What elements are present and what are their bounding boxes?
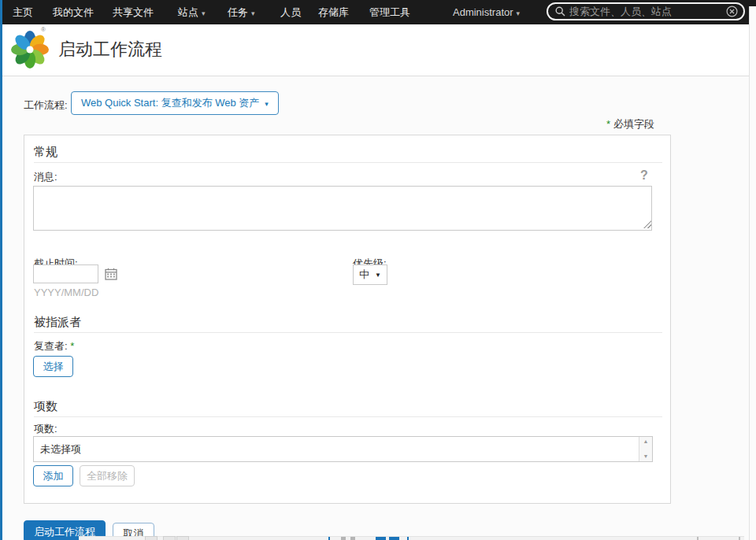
user-menu-label: Administrator <box>453 6 513 18</box>
page-title: 启动工作流程 <box>58 38 162 61</box>
required-note-text: 必填字段 <box>613 118 654 130</box>
cutoff-fragment <box>407 537 409 540</box>
message-label: 消息: <box>34 170 57 184</box>
cutoff-fragment <box>341 537 346 540</box>
cutoff-fragment <box>697 537 699 540</box>
workflow-form-panel: 常规 消息: ? 截止时间: YYYY/MM <box>24 135 671 504</box>
caret-down-icon: ▾ <box>251 9 255 17</box>
cutoff-fragment <box>376 537 386 540</box>
nav-item-tasks[interactable]: 任务▾ <box>228 0 255 24</box>
nav-item-repository[interactable]: 存储库 <box>318 0 349 24</box>
items-scrollbar[interactable]: ▲ ▼ <box>639 437 652 461</box>
cutoff-fragment <box>350 537 355 540</box>
reviewers-label-text: 复查者: <box>34 340 68 352</box>
caret-down-icon: ▾ <box>265 100 269 108</box>
cutoff-fragment <box>739 537 740 540</box>
search-input[interactable] <box>566 6 726 17</box>
workflow-label: 工作流程: <box>24 98 68 113</box>
date-format-hint: YYYY/MM/DD <box>34 287 98 298</box>
cutoff-bottom-bar <box>79 536 744 540</box>
add-items-button[interactable]: 添加 <box>33 465 73 486</box>
caret-down-icon: ▼ <box>375 272 381 279</box>
help-icon[interactable]: ? <box>640 168 648 183</box>
reviewers-label: 复查者: * <box>34 339 77 353</box>
cutoff-fragment <box>145 536 158 540</box>
section-divider <box>34 332 662 333</box>
top-navbar: 主页 我的文件 共享文件 站点▾ 任务▾ 人员 存储库 管理工具 Adminis… <box>0 0 756 24</box>
nav-item-label: 站点 <box>178 6 198 18</box>
user-menu[interactable]: Administrator▾ <box>453 0 520 24</box>
workflow-type-value: Web Quick Start: 复查和发布 Web 资产 <box>81 97 259 109</box>
scroll-up-icon[interactable]: ▲ <box>639 437 652 446</box>
workflow-type-dropdown[interactable]: Web Quick Start: 复查和发布 Web 资产▾ <box>71 91 279 115</box>
nav-item-my-files[interactable]: 我的文件 <box>53 0 94 24</box>
scroll-down-icon[interactable]: ▼ <box>639 452 652 461</box>
calendar-icon[interactable] <box>105 268 117 280</box>
selected-items-box: 未选择项 ▲ ▼ <box>33 436 653 462</box>
priority-select[interactable]: 中▼ <box>353 264 387 285</box>
select-reviewers-button[interactable]: 选择 <box>33 356 73 377</box>
search-icon <box>554 6 566 17</box>
cutoff-fragment <box>176 536 189 540</box>
message-textarea[interactable] <box>33 186 652 231</box>
no-items-text: 未选择项 <box>40 442 81 457</box>
cutoff-fragment <box>389 537 399 540</box>
priority-value: 中 <box>359 268 369 282</box>
clear-search-icon[interactable] <box>726 6 738 17</box>
search-box <box>547 2 745 20</box>
items-label: 项数: <box>34 422 57 436</box>
nav-item-home[interactable]: 主页 <box>13 0 33 24</box>
alfresco-logo <box>9 29 50 70</box>
section-divider <box>34 162 662 163</box>
section-items: 项数 <box>34 399 57 414</box>
caret-down-icon: ▾ <box>517 9 521 17</box>
remove-all-button[interactable]: 全部移除 <box>80 465 135 486</box>
nav-item-label: 任务 <box>228 6 248 18</box>
section-divider <box>34 416 662 417</box>
nav-item-shared-files[interactable]: 共享文件 <box>113 0 154 24</box>
required-star: * <box>606 118 610 130</box>
nav-item-admin-tools[interactable]: 管理工具 <box>369 0 410 24</box>
section-general: 常规 <box>34 145 57 160</box>
left-edge-accent <box>0 0 2 540</box>
start-workflow-page: 主页 我的文件 共享文件 站点▾ 任务▾ 人员 存储库 管理工具 Adminis… <box>0 0 756 540</box>
required-star: * <box>70 340 74 352</box>
content-area: 工作流程: Web Quick Start: 复查和发布 Web 资产▾ *必填… <box>2 76 750 540</box>
cutoff-fragment <box>328 537 330 540</box>
nav-item-people[interactable]: 人员 <box>280 0 301 24</box>
due-date-input[interactable] <box>33 264 98 283</box>
registered-mark: ® <box>41 26 46 33</box>
page-header: ® 启动工作流程 <box>2 24 750 76</box>
scrollbar-track[interactable] <box>749 6 756 540</box>
required-fields-note: *必填字段 <box>606 117 654 131</box>
section-assignees: 被指派者 <box>34 315 81 330</box>
nav-item-sites[interactable]: 站点▾ <box>178 0 206 24</box>
caret-down-icon: ▾ <box>202 9 206 17</box>
cutoff-fragment <box>163 536 176 540</box>
